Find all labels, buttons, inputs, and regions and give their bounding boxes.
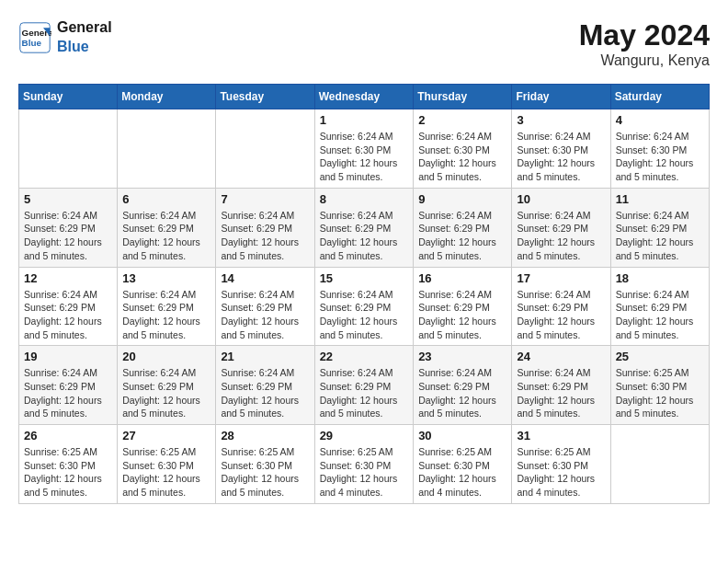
day-info: Sunrise: 6:24 AMSunset: 6:29 PMDaylight:… xyxy=(517,366,605,420)
calendar-cell: 14Sunrise: 6:24 AMSunset: 6:29 PMDayligh… xyxy=(216,267,314,346)
day-info: Sunrise: 6:25 AMSunset: 6:30 PMDaylight:… xyxy=(418,445,506,500)
weekday-header-saturday: Saturday xyxy=(610,85,709,109)
weekday-header-monday: Monday xyxy=(118,85,216,109)
day-number: 28 xyxy=(221,429,309,442)
day-info: Sunrise: 6:24 AMSunset: 6:29 PMDaylight:… xyxy=(320,288,409,342)
month-year: May 2024 xyxy=(579,18,710,52)
calendar-week-row: 26Sunrise: 6:25 AMSunset: 6:30 PMDayligh… xyxy=(19,425,710,504)
calendar-cell: 22Sunrise: 6:24 AMSunset: 6:29 PMDayligh… xyxy=(314,346,414,425)
logo: General Blue General Blue xyxy=(18,18,112,57)
day-number: 7 xyxy=(221,192,309,206)
day-info: Sunrise: 6:24 AMSunset: 6:30 PMDaylight:… xyxy=(320,130,409,184)
day-info: Sunrise: 6:25 AMSunset: 6:30 PMDaylight:… xyxy=(616,366,704,420)
logo-text: General Blue xyxy=(57,18,112,57)
calendar-cell: 13Sunrise: 6:24 AMSunset: 6:29 PMDayligh… xyxy=(118,267,216,346)
day-number: 1 xyxy=(320,113,409,127)
day-number: 13 xyxy=(122,271,210,285)
day-number: 25 xyxy=(616,350,704,363)
logo-icon: General Blue xyxy=(18,21,51,54)
calendar-cell: 10Sunrise: 6:24 AMSunset: 6:29 PMDayligh… xyxy=(512,188,610,267)
day-info: Sunrise: 6:24 AMSunset: 6:29 PMDaylight:… xyxy=(418,366,506,420)
day-info: Sunrise: 6:24 AMSunset: 6:30 PMDaylight:… xyxy=(418,130,506,184)
calendar-cell xyxy=(216,109,314,189)
day-number: 22 xyxy=(320,350,409,363)
day-number: 3 xyxy=(517,113,605,127)
day-number: 6 xyxy=(122,192,210,206)
day-number: 19 xyxy=(24,350,112,363)
day-number: 5 xyxy=(24,192,112,206)
calendar-cell: 24Sunrise: 6:24 AMSunset: 6:29 PMDayligh… xyxy=(512,346,610,425)
day-info: Sunrise: 6:24 AMSunset: 6:29 PMDaylight:… xyxy=(616,288,704,342)
day-info: Sunrise: 6:25 AMSunset: 6:30 PMDaylight:… xyxy=(221,445,309,500)
day-number: 10 xyxy=(517,192,605,206)
svg-text:Blue: Blue xyxy=(22,38,42,48)
day-info: Sunrise: 6:24 AMSunset: 6:29 PMDaylight:… xyxy=(122,209,210,263)
day-info: Sunrise: 6:24 AMSunset: 6:29 PMDaylight:… xyxy=(24,209,112,263)
day-number: 16 xyxy=(418,271,506,285)
title-block: May 2024 Wanguru, Kenya xyxy=(579,18,710,69)
day-info: Sunrise: 6:24 AMSunset: 6:29 PMDaylight:… xyxy=(320,209,409,263)
calendar-week-row: 5Sunrise: 6:24 AMSunset: 6:29 PMDaylight… xyxy=(19,188,710,267)
calendar-cell: 16Sunrise: 6:24 AMSunset: 6:29 PMDayligh… xyxy=(414,267,512,346)
weekday-header-tuesday: Tuesday xyxy=(216,85,314,109)
calendar-cell: 8Sunrise: 6:24 AMSunset: 6:29 PMDaylight… xyxy=(314,188,414,267)
calendar-cell: 15Sunrise: 6:24 AMSunset: 6:29 PMDayligh… xyxy=(314,267,414,346)
day-number: 9 xyxy=(418,192,506,206)
day-number: 12 xyxy=(24,271,112,285)
calendar-cell: 30Sunrise: 6:25 AMSunset: 6:30 PMDayligh… xyxy=(414,425,512,504)
day-info: Sunrise: 6:25 AMSunset: 6:30 PMDaylight:… xyxy=(320,445,409,500)
day-number: 14 xyxy=(221,271,309,285)
calendar-cell: 28Sunrise: 6:25 AMSunset: 6:30 PMDayligh… xyxy=(216,425,314,504)
day-number: 2 xyxy=(418,113,506,127)
day-info: Sunrise: 6:24 AMSunset: 6:29 PMDaylight:… xyxy=(221,366,309,420)
day-info: Sunrise: 6:24 AMSunset: 6:29 PMDaylight:… xyxy=(517,288,605,342)
calendar-table: SundayMondayTuesdayWednesdayThursdayFrid… xyxy=(18,84,710,504)
calendar-cell: 7Sunrise: 6:24 AMSunset: 6:29 PMDaylight… xyxy=(216,188,314,267)
calendar-cell: 26Sunrise: 6:25 AMSunset: 6:30 PMDayligh… xyxy=(19,425,118,504)
calendar-cell: 6Sunrise: 6:24 AMSunset: 6:29 PMDaylight… xyxy=(118,188,216,267)
day-info: Sunrise: 6:24 AMSunset: 6:29 PMDaylight:… xyxy=(418,288,506,342)
day-info: Sunrise: 6:24 AMSunset: 6:29 PMDaylight:… xyxy=(122,366,210,420)
calendar-cell: 27Sunrise: 6:25 AMSunset: 6:30 PMDayligh… xyxy=(118,425,216,504)
calendar-cell: 11Sunrise: 6:24 AMSunset: 6:29 PMDayligh… xyxy=(610,188,709,267)
day-number: 27 xyxy=(122,429,210,442)
calendar-cell: 20Sunrise: 6:24 AMSunset: 6:29 PMDayligh… xyxy=(118,346,216,425)
calendar-cell: 4Sunrise: 6:24 AMSunset: 6:30 PMDaylight… xyxy=(610,109,709,189)
day-info: Sunrise: 6:24 AMSunset: 6:29 PMDaylight:… xyxy=(221,209,309,263)
day-info: Sunrise: 6:24 AMSunset: 6:29 PMDaylight:… xyxy=(418,209,506,263)
calendar-cell: 25Sunrise: 6:25 AMSunset: 6:30 PMDayligh… xyxy=(610,346,709,425)
day-number: 20 xyxy=(122,350,210,363)
day-info: Sunrise: 6:25 AMSunset: 6:30 PMDaylight:… xyxy=(122,445,210,500)
calendar-cell: 1Sunrise: 6:24 AMSunset: 6:30 PMDaylight… xyxy=(314,109,414,189)
day-info: Sunrise: 6:25 AMSunset: 6:30 PMDaylight:… xyxy=(517,445,605,500)
day-number: 17 xyxy=(517,271,605,285)
weekday-header-thursday: Thursday xyxy=(414,85,512,109)
calendar-cell: 21Sunrise: 6:24 AMSunset: 6:29 PMDayligh… xyxy=(216,346,314,425)
calendar-cell: 17Sunrise: 6:24 AMSunset: 6:29 PMDayligh… xyxy=(512,267,610,346)
weekday-header-row: SundayMondayTuesdayWednesdayThursdayFrid… xyxy=(19,85,710,109)
weekday-header-wednesday: Wednesday xyxy=(314,85,414,109)
calendar-week-row: 19Sunrise: 6:24 AMSunset: 6:29 PMDayligh… xyxy=(19,346,710,425)
calendar-week-row: 12Sunrise: 6:24 AMSunset: 6:29 PMDayligh… xyxy=(19,267,710,346)
day-number: 24 xyxy=(517,350,605,363)
calendar-cell: 9Sunrise: 6:24 AMSunset: 6:29 PMDaylight… xyxy=(414,188,512,267)
weekday-header-sunday: Sunday xyxy=(19,85,118,109)
day-number: 30 xyxy=(418,429,506,442)
day-info: Sunrise: 6:24 AMSunset: 6:29 PMDaylight:… xyxy=(122,288,210,342)
day-number: 26 xyxy=(24,429,112,442)
location: Wanguru, Kenya xyxy=(579,52,710,69)
day-number: 18 xyxy=(616,271,704,285)
day-info: Sunrise: 6:24 AMSunset: 6:30 PMDaylight:… xyxy=(616,130,704,184)
day-info: Sunrise: 6:24 AMSunset: 6:30 PMDaylight:… xyxy=(517,130,605,184)
calendar-cell: 5Sunrise: 6:24 AMSunset: 6:29 PMDaylight… xyxy=(19,188,118,267)
calendar-cell: 31Sunrise: 6:25 AMSunset: 6:30 PMDayligh… xyxy=(512,425,610,504)
day-number: 15 xyxy=(320,271,409,285)
day-info: Sunrise: 6:24 AMSunset: 6:29 PMDaylight:… xyxy=(616,209,704,263)
day-number: 8 xyxy=(320,192,409,206)
calendar-cell: 2Sunrise: 6:24 AMSunset: 6:30 PMDaylight… xyxy=(414,109,512,189)
weekday-header-friday: Friday xyxy=(512,85,610,109)
day-number: 21 xyxy=(221,350,309,363)
day-number: 29 xyxy=(320,429,409,442)
calendar-cell: 18Sunrise: 6:24 AMSunset: 6:29 PMDayligh… xyxy=(610,267,709,346)
calendar-cell: 12Sunrise: 6:24 AMSunset: 6:29 PMDayligh… xyxy=(19,267,118,346)
